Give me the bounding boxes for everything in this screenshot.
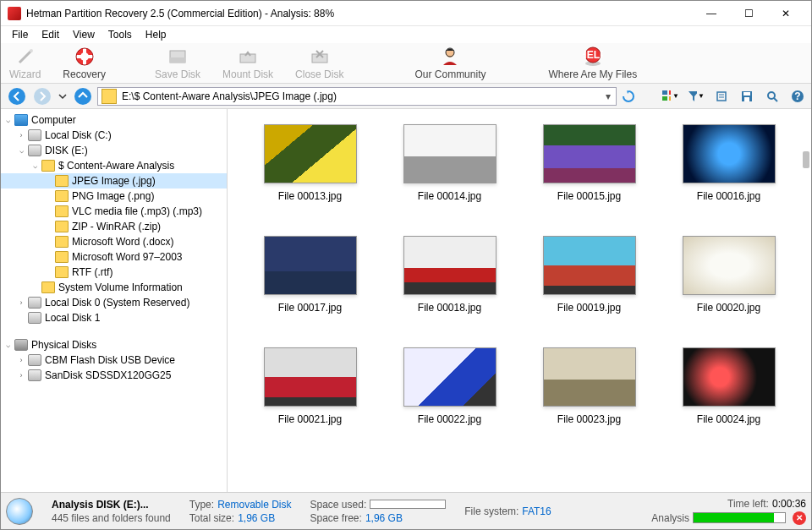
save-disk-label: Save Disk [155,68,200,80]
view-mode-button[interactable]: ▼ [662,88,679,105]
save-disk-icon [167,46,188,67]
tree-jpeg[interactable]: JPEG Image (.jpg) [1,173,227,189]
up-button[interactable] [72,86,94,107]
status-progress: Time left:0:00:36 Analysis✕ [651,498,806,525]
community-button[interactable]: Our Community [411,46,489,80]
tree-rtf[interactable]: RTF (.rtf) [1,265,227,280]
svg-rect-31 [744,97,749,101]
file-item[interactable]: File 00021.jpg [253,347,367,425]
thumbnail [543,124,636,183]
svg-point-20 [34,88,51,105]
main-area: ⌵Computer ›Local Disk (C:) ⌵DISK (E:) ⌵$… [1,109,811,492]
svg-rect-8 [170,57,185,63]
file-grid: File 00013.jpgFile 00014.jpgFile 00015.j… [228,109,811,492]
file-item[interactable]: File 00023.jpg [532,347,646,425]
files-found: 445 files and folders found [52,512,171,524]
file-label: File 00020.jpg [697,302,760,314]
tree-png[interactable]: PNG Image (.png) [1,189,227,204]
tree-docx[interactable]: Microsoft Word (.docx) [1,234,227,249]
minimize-button[interactable]: — [693,2,730,25]
tree-physical[interactable]: ⌵Physical Disks [1,337,227,352]
menu-help[interactable]: Help [140,27,173,42]
file-label: File 00017.jpg [278,302,342,314]
help-button[interactable]: ? [789,88,806,105]
tree-content-aware[interactable]: ⌵$ Content-Aware Analysis [1,158,227,173]
tree-zip[interactable]: ZIP - WinRAR (.zip) [1,219,227,234]
svg-rect-24 [662,96,667,101]
tree-cbm[interactable]: ›CBM Flash Disk USB Device [1,352,227,368]
svg-point-19 [8,88,25,105]
scrollbar-thumb[interactable] [803,151,809,168]
status-fs: File system:FAT16 [464,505,551,517]
mount-disk-button[interactable]: Mount Disk [219,46,277,80]
menu-view[interactable]: View [67,27,101,42]
save-button[interactable] [738,88,755,105]
file-item[interactable]: File 00013.jpg [253,124,367,202]
refresh-button[interactable] [620,88,637,105]
thumbnail [683,236,776,295]
thumbnail [403,236,497,295]
address-input[interactable] [120,90,601,102]
address-dropdown[interactable]: ▾ [601,90,616,102]
mount-disk-label: Mount Disk [222,68,273,80]
maximize-button[interactable]: ☐ [730,2,767,25]
file-item[interactable]: File 00018.jpg [392,236,507,314]
thumbnail [403,124,497,183]
file-item[interactable]: File 00022.jpg [392,347,507,425]
svg-point-32 [768,92,775,99]
close-disk-button[interactable]: Close Disk [292,46,347,80]
where-files-button[interactable]: HELP Where Are My Files [545,46,640,80]
wizard-button[interactable]: Wizard [6,46,44,80]
stop-button[interactable]: ✕ [793,511,806,525]
recovery-label: Recovery [63,68,106,80]
folder-tree: ⌵Computer ›Local Disk (C:) ⌵DISK (E:) ⌵$… [1,109,228,492]
lifebuoy-icon [74,46,95,67]
menu-file[interactable]: File [6,27,34,42]
tree-computer[interactable]: ⌵Computer [1,112,227,128]
folder-icon [102,89,117,104]
window-title: Hetman Partition Recovery 2.5 (Commercia… [26,8,693,19]
disk-icon [6,498,33,525]
community-label: Our Community [414,68,486,80]
status-space: Space used: Space free:1,96 GB [310,499,447,524]
tree-sandisk[interactable]: ›SanDisk SDSSDX120GG25 [1,368,227,383]
close-button[interactable]: ✕ [767,2,804,25]
tree-local1[interactable]: Local Disk 1 [1,310,227,325]
app-icon [8,7,21,20]
file-label: File 00016.jpg [697,190,760,202]
file-item[interactable]: File 00019.jpg [532,236,646,314]
tree-disk-e[interactable]: ⌵DISK (E:) [1,143,227,158]
tree-svi[interactable]: System Volume Information [1,280,227,295]
mount-disk-icon [238,46,258,67]
forward-button[interactable] [31,86,53,107]
thumbnail [683,347,776,407]
file-item[interactable]: File 00016.jpg [672,124,786,202]
address-toolbar: ▾ ▼ ▼ ? [1,84,811,109]
tree-doc97[interactable]: Microsoft Word 97–2003 [1,249,227,265]
back-button[interactable] [6,86,28,107]
history-dropdown[interactable] [57,86,69,107]
tree-vlc[interactable]: VLC media file (.mp3) (.mp3) [1,204,227,219]
menu-edit[interactable]: Edit [36,27,65,42]
options-button[interactable] [713,88,730,105]
file-item[interactable]: File 00015.jpg [532,124,646,202]
svg-rect-22 [662,90,667,95]
filter-button[interactable]: ▼ [688,88,705,105]
save-disk-button[interactable]: Save Disk [151,46,204,80]
svg-rect-23 [669,90,671,95]
file-item[interactable]: File 00017.jpg [253,236,367,314]
tree-local-c[interactable]: ›Local Disk (C:) [1,128,227,143]
file-label: File 00014.jpg [418,190,481,202]
search-button[interactable] [764,88,781,105]
recovery-button[interactable]: Recovery [59,46,109,80]
file-item[interactable]: File 00024.jpg [672,347,786,425]
file-label: File 00021.jpg [278,413,342,425]
file-item[interactable]: File 00014.jpg [392,124,507,202]
tree-local0[interactable]: ›Local Disk 0 (System Reserved) [1,295,227,310]
file-label: File 00018.jpg [418,302,481,314]
menu-tools[interactable]: Tools [102,27,138,42]
thumbnail [264,347,357,407]
file-item[interactable]: File 00020.jpg [672,236,786,314]
main-toolbar: Wizard Recovery Save Disk Mount Disk Clo… [1,43,811,84]
statusbar: Analysis DISK (E:)... 445 files and fold… [1,492,811,529]
